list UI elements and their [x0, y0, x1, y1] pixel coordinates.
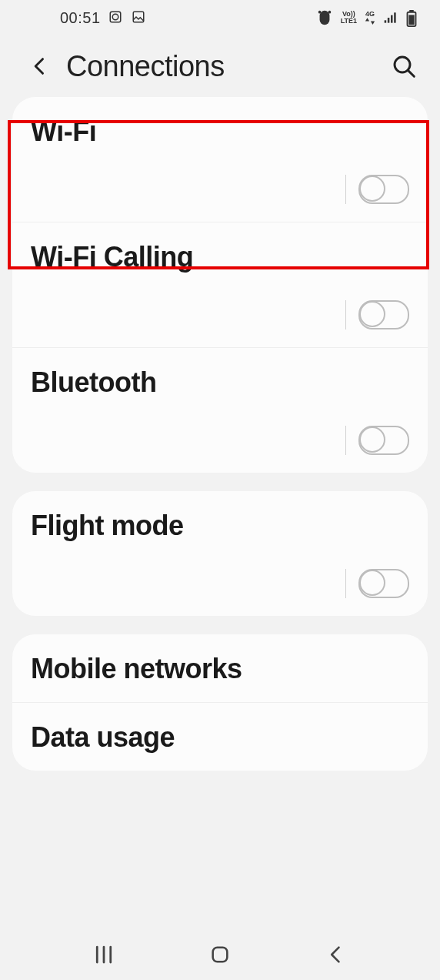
- toggle-separator: [345, 569, 346, 598]
- svg-rect-5: [385, 20, 387, 22]
- card-group-2: Flight mode: [12, 491, 428, 616]
- svg-rect-7: [391, 15, 393, 23]
- svg-rect-8: [394, 12, 396, 22]
- flight-mode-toggle[interactable]: [358, 569, 409, 598]
- toggle-row: [31, 299, 409, 330]
- card-group-3: Mobile networks Data usage: [12, 634, 428, 771]
- status-clock: 00:51: [60, 9, 101, 27]
- svg-rect-17: [213, 948, 228, 962]
- home-icon: [209, 944, 231, 965]
- item-mobile-networks[interactable]: Mobile networks: [12, 634, 428, 702]
- updown-icon: [365, 18, 375, 25]
- system-nav-bar: [0, 929, 440, 980]
- toggle-row: [31, 174, 409, 205]
- toggle-separator: [345, 426, 346, 455]
- search-button[interactable]: [388, 50, 420, 82]
- chevron-left-icon: [325, 944, 347, 965]
- svg-point-4: [328, 11, 331, 14]
- toggle-row: [31, 425, 409, 456]
- item-wifi-calling[interactable]: Wi-Fi Calling: [12, 222, 428, 347]
- svg-rect-11: [408, 15, 414, 25]
- back-button[interactable]: [25, 51, 55, 82]
- item-flight-mode[interactable]: Flight mode: [12, 491, 428, 616]
- nav-back-button[interactable]: [317, 935, 355, 974]
- wifi-calling-toggle[interactable]: [358, 300, 409, 329]
- item-data-usage[interactable]: Data usage: [12, 702, 428, 771]
- svg-rect-2: [133, 12, 144, 22]
- svg-point-3: [318, 11, 321, 14]
- volte-indicator: Vo)) LTE1: [341, 11, 357, 25]
- volte-bot: LTE1: [341, 18, 357, 25]
- item-title: Wi-Fi Calling: [31, 241, 409, 273]
- gallery-icon: [132, 10, 147, 25]
- status-left: 00:51: [60, 9, 147, 27]
- item-title: Data usage: [31, 721, 409, 754]
- bluetooth-toggle[interactable]: [358, 426, 409, 455]
- item-title: Bluetooth: [31, 366, 409, 399]
- status-right: Vo)) LTE1 4G: [316, 9, 422, 26]
- toggle-row: [31, 568, 409, 599]
- alarm-icon: [316, 9, 333, 26]
- app-header: Connections: [0, 35, 440, 97]
- toggle-separator: [345, 175, 346, 204]
- network-gen: 4G: [365, 11, 375, 18]
- item-wifi[interactable]: Wi-Fi: [12, 97, 428, 222]
- card-group-1: Wi-Fi Wi-Fi Calling Bluetooth: [12, 97, 428, 473]
- network-gen-indicator: 4G: [365, 11, 375, 25]
- search-icon: [392, 54, 416, 79]
- settings-list: Wi-Fi Wi-Fi Calling Bluetooth Flight mod…: [0, 97, 440, 771]
- toggle-separator: [345, 300, 346, 329]
- recents-button[interactable]: [85, 935, 123, 974]
- home-button[interactable]: [201, 935, 239, 974]
- item-title: Wi-Fi: [31, 115, 409, 148]
- recents-icon: [92, 943, 115, 966]
- svg-rect-6: [388, 18, 390, 23]
- clock-icon: [108, 10, 124, 25]
- signal-icon: [383, 10, 398, 25]
- svg-rect-0: [110, 12, 121, 22]
- svg-point-1: [112, 14, 118, 20]
- chevron-left-icon: [29, 55, 51, 77]
- item-title: Mobile networks: [31, 653, 409, 685]
- item-title: Flight mode: [31, 510, 409, 542]
- battery-icon: [406, 10, 422, 25]
- item-bluetooth[interactable]: Bluetooth: [12, 347, 428, 473]
- page-title: Connections: [66, 50, 225, 83]
- wifi-toggle[interactable]: [358, 175, 409, 204]
- svg-line-13: [408, 71, 415, 77]
- status-bar: 00:51 Vo)) LTE1 4G: [0, 0, 440, 35]
